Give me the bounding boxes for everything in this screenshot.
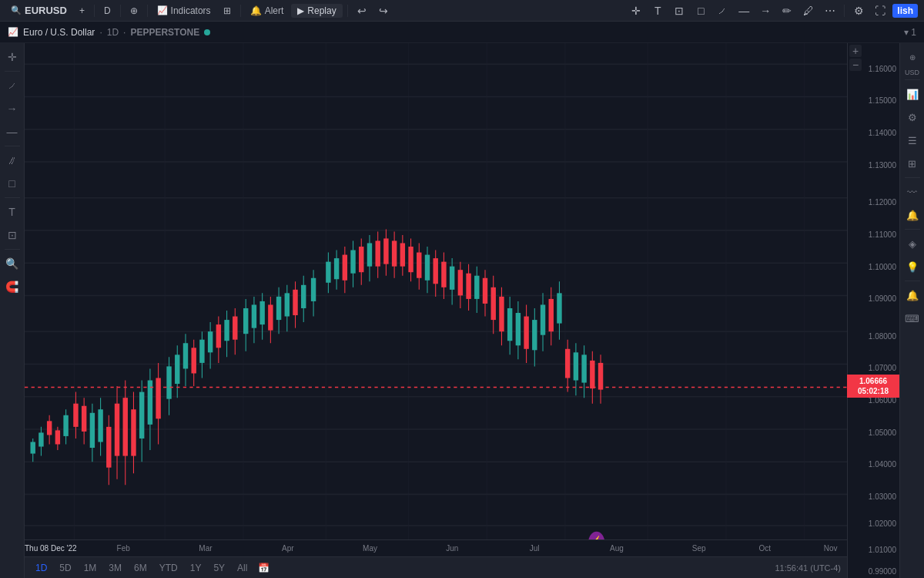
right-toolbar: ⊕ USD 📊 ⚙ ☰ ⊞ 〰 🔔 ◈ 💡 🔔 ⌨ [899, 43, 924, 578]
fullscreen-icon[interactable]: ⛶ [871, 2, 889, 20]
svg-rect-39 [82, 406, 86, 432]
zoom-out-button[interactable]: − [849, 59, 862, 71]
symbol-selector[interactable]: 🔍 EURUSD [6, 3, 72, 18]
measure-tool[interactable]: ⊡ [670, 2, 688, 20]
currency-label[interactable]: USD [905, 69, 919, 76]
svg-rect-137 [499, 297, 504, 331]
svg-rect-125 [450, 267, 454, 290]
pen-tool[interactable]: 🖊 [799, 2, 818, 20]
more-tools[interactable]: ⋯ [821, 2, 839, 20]
timeframe-selector[interactable]: D [99, 4, 116, 18]
calendar-icon[interactable]: 📅 [258, 563, 270, 573]
svg-rect-119 [425, 255, 430, 281]
arrow-tool[interactable]: → [756, 2, 775, 20]
replay-button[interactable]: ▶ Replay [291, 4, 342, 18]
price-1.12: 1.12000 [869, 198, 896, 207]
indicators-button[interactable]: 📈 Indicators [152, 4, 216, 18]
svg-rect-159 [590, 361, 594, 388]
path-tool[interactable]: ✏ [778, 2, 796, 20]
right-sep-2 [905, 177, 920, 178]
left-toolbar: ✛ ⟋ → — ⫽ □ T ⊡ 🔍 🧲 [0, 43, 25, 578]
svg-rect-49 [123, 398, 128, 455]
tf-5y[interactable]: 5Y [209, 561, 229, 575]
svg-rect-133 [483, 278, 487, 304]
svg-rect-29 [38, 432, 43, 446]
draw-channel-tool[interactable]: ⫽ [2, 150, 23, 171]
cursor-tool-left[interactable]: ✛ [2, 46, 23, 68]
cursor-tool[interactable]: ✛ [627, 2, 645, 20]
svg-rect-121 [433, 258, 437, 284]
tf-ytd[interactable]: YTD [155, 561, 182, 575]
svg-rect-31 [47, 421, 52, 435]
chart-broker: PEPPERSTONE [130, 27, 199, 38]
hotkeys-icon[interactable]: ⌨ [902, 307, 923, 329]
tf-6m[interactable]: 6M [129, 561, 152, 575]
svg-rect-157 [581, 355, 586, 382]
zoom-in-button[interactable]: + [849, 45, 862, 57]
symbol-full-name: Euro / U.S. Dollar [23, 27, 95, 38]
line2-tool[interactable]: — [735, 2, 753, 20]
time-label-may: May [363, 544, 377, 553]
draw-ray-tool[interactable]: → [2, 98, 23, 119]
tf-all[interactable]: All [233, 561, 252, 575]
undo-button[interactable]: ↩ [353, 2, 371, 20]
notifications-icon[interactable]: 🔔 [902, 284, 923, 306]
draw-line-tool[interactable]: ⟋ [2, 75, 23, 96]
ideas-icon[interactable]: 💡 [902, 256, 923, 277]
zoom-tool[interactable]: 🔍 [2, 253, 23, 274]
bar-replay-icon[interactable]: 📊 [902, 83, 923, 105]
tf-5d[interactable]: 5D [55, 561, 75, 575]
candlestick-chart: ⚡ 📊 [25, 43, 899, 578]
current-price-badge[interactable]: 1.06666 05:02:18 [847, 375, 899, 398]
time-label-oct: Oct [758, 544, 771, 553]
tf-1m[interactable]: 1M [79, 561, 102, 575]
tf-1d[interactable]: 1D [31, 561, 52, 575]
svg-rect-143 [524, 317, 528, 349]
sep-right [844, 5, 845, 17]
svg-rect-123 [441, 262, 446, 287]
svg-rect-91 [301, 285, 306, 308]
settings-icon-right[interactable]: ⚙ [902, 106, 923, 128]
svg-rect-161 [598, 363, 603, 390]
svg-rect-151 [557, 293, 561, 323]
price-1.15: 1.15000 [869, 96, 896, 105]
compare-button[interactable]: ⊕ [126, 4, 142, 18]
left-sep-2 [5, 146, 20, 146]
settings-icon[interactable]: ⚙ [849, 2, 868, 20]
svg-rect-83 [268, 304, 273, 330]
layout-icon[interactable]: ⊞ [902, 153, 923, 174]
templates-button[interactable]: ⊞ [219, 4, 236, 18]
chart-area: ⚡ 📊 1.16000 1.15000 1.14000 1.13000 1.12… [25, 43, 899, 578]
measure-tool-left[interactable]: ⊡ [2, 224, 23, 246]
left-sep-4 [5, 249, 20, 250]
tf-3m[interactable]: 3M [104, 561, 126, 575]
draw-rect-tool[interactable]: □ [2, 173, 23, 194]
tf-1y[interactable]: 1Y [186, 561, 206, 575]
svg-rect-131 [474, 276, 479, 299]
shape-tool[interactable]: □ [691, 2, 710, 20]
add-symbol-button[interactable]: + [75, 4, 89, 18]
indicators-icon-right[interactable]: 〰 [902, 181, 923, 203]
time-label-mar: Mar [199, 544, 212, 553]
redo-button[interactable]: ↪ [374, 2, 393, 20]
text-tool-left[interactable]: T [2, 201, 23, 223]
line-tool[interactable]: ⟋ [713, 2, 732, 20]
go-to-latest-button[interactable]: ⊕ [902, 46, 923, 68]
main-layout: ✛ ⟋ → — ⫽ □ T ⊡ 🔍 🧲 [0, 43, 924, 578]
data-window-icon[interactable]: ◈ [902, 233, 923, 254]
draw-hline-tool[interactable]: — [2, 121, 23, 143]
svg-rect-115 [408, 247, 413, 272]
svg-rect-103 [359, 247, 363, 272]
alert-button[interactable]: 🔔 Alert [246, 4, 289, 18]
svg-rect-35 [63, 415, 68, 436]
text-tool[interactable]: T [648, 2, 667, 20]
template-icon[interactable]: ☰ [902, 129, 923, 151]
alert-icon-right[interactable]: 🔔 [902, 204, 923, 226]
svg-rect-53 [139, 392, 144, 439]
sep-4 [240, 5, 241, 17]
svg-rect-51 [131, 409, 136, 455]
user-button[interactable]: TradingView lish [892, 4, 918, 18]
svg-rect-99 [343, 255, 347, 281]
magnet-tool[interactable]: 🧲 [2, 276, 23, 297]
time-label-jun: Jun [446, 544, 458, 553]
